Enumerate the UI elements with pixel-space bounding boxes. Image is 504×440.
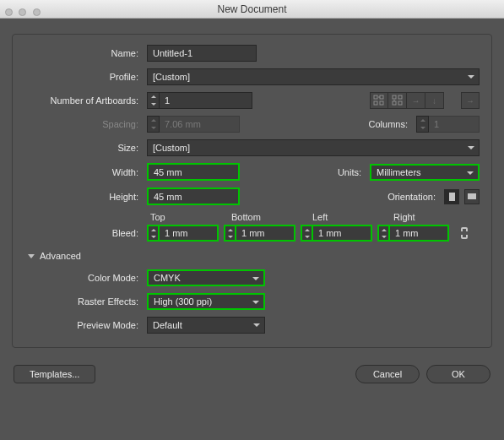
zoom-dot[interactable] — [33, 8, 41, 16]
cancel-button[interactable]: Cancel — [355, 365, 420, 383]
svg-rect-3 — [380, 101, 383, 105]
svg-rect-4 — [393, 95, 396, 99]
size-select[interactable]: [Custom] — [147, 139, 480, 156]
svg-rect-0 — [374, 95, 377, 99]
spacing-stepper: 7.06 mm — [147, 116, 240, 133]
svg-rect-2 — [374, 101, 377, 105]
arrange-row-rtl-icon[interactable]: → — [461, 92, 480, 109]
minimize-dot[interactable] — [19, 8, 26, 16]
svg-rect-7 — [398, 101, 402, 105]
bleed-left-stepper[interactable]: 1 mm — [301, 225, 372, 242]
bleed-bottom-stepper[interactable]: 1 mm — [224, 225, 295, 242]
grid-by-col-icon[interactable] — [388, 92, 407, 109]
bleed-right-value[interactable]: 1 mm — [390, 225, 449, 242]
units-label: Units: — [301, 167, 365, 177]
bleed-label: Bleed: — [24, 228, 142, 238]
advanced-label: Advanced — [40, 251, 81, 261]
name-input[interactable] — [147, 45, 257, 62]
columns-value: 1 — [429, 116, 480, 133]
columns-stepper: 1 — [416, 116, 480, 133]
height-label: Height: — [24, 192, 142, 202]
raster-effects-select[interactable]: High (300 ppi) — [147, 293, 265, 310]
spacing-value: 7.06 mm — [160, 116, 240, 133]
height-input[interactable] — [147, 187, 240, 205]
orientation-portrait-icon[interactable] — [444, 189, 459, 204]
main-panel: Name: Profile: [Custom] Number of Artboa… — [12, 34, 492, 348]
svg-rect-1 — [380, 95, 383, 99]
bleed-bottom-value[interactable]: 1 mm — [236, 225, 295, 242]
color-mode-label: Color Mode: — [24, 273, 142, 283]
orientation-label: Orientation: — [376, 192, 439, 202]
bleed-link-icon[interactable] — [458, 224, 471, 242]
width-label: Width: — [24, 167, 142, 177]
artboards-label: Number of Artboards: — [24, 95, 142, 106]
close-dot[interactable] — [5, 8, 13, 16]
profile-label: Profile: — [24, 72, 142, 82]
color-mode-select[interactable]: CMYK — [147, 269, 265, 286]
disclosure-triangle-icon — [28, 254, 35, 258]
window-title: New Document — [217, 3, 286, 15]
bleed-right-header: Right — [393, 212, 469, 222]
preview-mode-label: Preview Mode: — [24, 320, 142, 330]
artboard-arrangement-group: → ↓ — [370, 92, 444, 109]
bleed-top-header: Top — [150, 212, 226, 222]
arrange-row-ltr-icon[interactable]: → — [407, 92, 425, 109]
raster-effects-label: Raster Effects: — [24, 296, 142, 307]
spacing-label: Spacing: — [24, 119, 142, 129]
artboards-value[interactable]: 1 — [160, 92, 252, 109]
bleed-bottom-header: Bottom — [231, 212, 307, 222]
grid-by-row-icon[interactable] — [370, 92, 388, 109]
artboards-stepper[interactable]: 1 — [147, 92, 252, 109]
bleed-right-stepper[interactable]: 1 mm — [377, 225, 449, 242]
dialog-footer: Templates... Cancel OK — [12, 365, 492, 383]
bleed-left-value[interactable]: 1 mm — [313, 225, 372, 242]
width-input[interactable] — [147, 163, 240, 181]
arrange-col-icon[interactable]: ↓ — [425, 92, 444, 109]
bleed-left-header: Left — [312, 212, 388, 222]
svg-rect-6 — [393, 101, 396, 105]
columns-label: Columns: — [348, 119, 411, 129]
templates-button[interactable]: Templates... — [14, 365, 95, 383]
profile-select[interactable]: [Custom] — [147, 68, 480, 85]
svg-rect-5 — [398, 95, 402, 99]
name-label: Name: — [24, 48, 142, 58]
window-controls — [5, 3, 44, 22]
advanced-section-toggle[interactable]: Advanced — [28, 251, 480, 261]
ok-button[interactable]: OK — [426, 365, 490, 383]
bleed-top-value[interactable]: 1 mm — [160, 225, 219, 242]
units-select[interactable]: Millimeters — [370, 164, 480, 181]
preview-mode-select[interactable]: Default — [147, 317, 265, 334]
title-bar: New Document — [0, 0, 504, 19]
orientation-landscape-icon[interactable] — [464, 189, 480, 204]
bleed-top-stepper[interactable]: 1 mm — [147, 225, 219, 242]
size-label: Size: — [24, 143, 142, 153]
dialog-body: Name: Profile: [Custom] Number of Artboa… — [0, 19, 504, 394]
bleed-headers: Top Bottom Left Right — [150, 212, 480, 222]
